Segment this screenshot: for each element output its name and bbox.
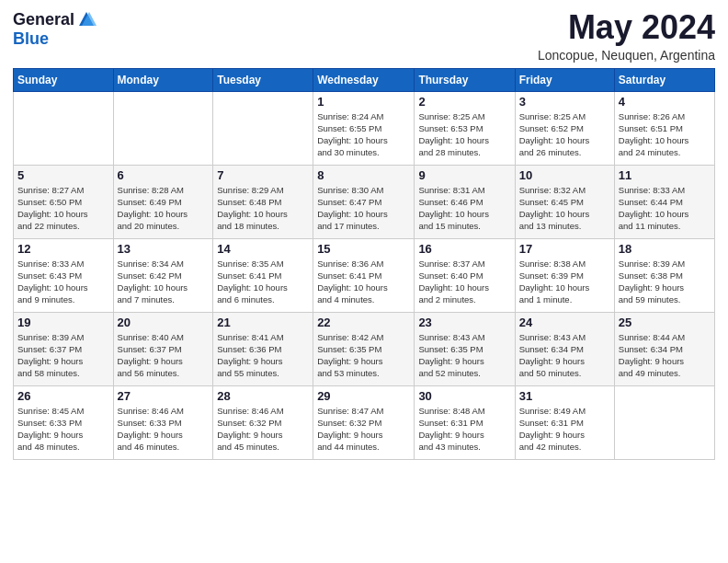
cell-day-number: 26 <box>17 389 109 403</box>
cell-info-text: Sunrise: 8:46 AM Sunset: 6:33 PM Dayligh… <box>118 405 210 454</box>
calendar-cell: 6Sunrise: 8:28 AM Sunset: 6:49 PM Daylig… <box>113 165 213 238</box>
calendar-cell: 28Sunrise: 8:46 AM Sunset: 6:32 PM Dayli… <box>213 385 313 459</box>
cell-info-text: Sunrise: 8:30 AM Sunset: 6:47 PM Dayligh… <box>317 184 410 233</box>
week-row-4: 26Sunrise: 8:45 AM Sunset: 6:33 PM Dayli… <box>14 385 715 459</box>
cell-day-number: 10 <box>519 168 610 182</box>
weekday-header-monday: Monday <box>113 68 213 91</box>
cell-day-number: 1 <box>317 95 410 109</box>
cell-info-text: Sunrise: 8:38 AM Sunset: 6:39 PM Dayligh… <box>519 258 610 306</box>
cell-info-text: Sunrise: 8:32 AM Sunset: 6:45 PM Dayligh… <box>519 184 610 233</box>
subtitle: Loncopue, Neuquen, Argentina <box>538 48 715 63</box>
main-title: May 2024 <box>538 9 715 46</box>
calendar-cell: 2Sunrise: 8:25 AM Sunset: 6:53 PM Daylig… <box>415 91 515 165</box>
cell-info-text: Sunrise: 8:37 AM Sunset: 6:40 PM Dayligh… <box>418 258 510 306</box>
page: General Blue May 2024 Loncopue, Neuquen,… <box>0 0 728 563</box>
cell-info-text: Sunrise: 8:35 AM Sunset: 6:41 PM Dayligh… <box>217 258 309 306</box>
cell-info-text: Sunrise: 8:48 AM Sunset: 6:31 PM Dayligh… <box>418 405 510 454</box>
cell-day-number: 3 <box>519 95 610 109</box>
calendar-cell: 24Sunrise: 8:43 AM Sunset: 6:34 PM Dayli… <box>515 312 614 385</box>
calendar-cell: 1Sunrise: 8:24 AM Sunset: 6:55 PM Daylig… <box>313 91 415 165</box>
weekday-header-friday: Friday <box>515 68 614 91</box>
cell-day-number: 30 <box>418 389 510 403</box>
calendar-cell <box>614 385 714 459</box>
cell-day-number: 15 <box>317 242 410 256</box>
calendar-header: SundayMondayTuesdayWednesdayThursdayFrid… <box>14 68 715 91</box>
cell-day-number: 11 <box>619 168 711 182</box>
cell-info-text: Sunrise: 8:24 AM Sunset: 6:55 PM Dayligh… <box>317 110 410 159</box>
cell-day-number: 16 <box>418 242 510 256</box>
weekday-header-saturday: Saturday <box>614 68 714 91</box>
cell-day-number: 18 <box>619 242 711 256</box>
calendar-cell: 9Sunrise: 8:31 AM Sunset: 6:46 PM Daylig… <box>415 165 515 238</box>
cell-day-number: 31 <box>519 389 610 403</box>
calendar-cell <box>213 91 313 165</box>
logo-general-text: General <box>13 10 74 29</box>
cell-info-text: Sunrise: 8:34 AM Sunset: 6:42 PM Dayligh… <box>118 258 210 306</box>
weekday-header-wednesday: Wednesday <box>313 68 415 91</box>
title-block: May 2024 Loncopue, Neuquen, Argentina <box>538 9 715 63</box>
cell-info-text: Sunrise: 8:28 AM Sunset: 6:49 PM Dayligh… <box>118 184 210 233</box>
calendar-cell: 7Sunrise: 8:29 AM Sunset: 6:48 PM Daylig… <box>213 165 313 238</box>
logo: General Blue <box>13 9 97 49</box>
cell-info-text: Sunrise: 8:41 AM Sunset: 6:36 PM Dayligh… <box>217 331 309 380</box>
cell-day-number: 19 <box>17 316 109 329</box>
header: General Blue May 2024 Loncopue, Neuquen,… <box>13 9 715 63</box>
cell-day-number: 7 <box>217 168 309 182</box>
cell-info-text: Sunrise: 8:39 AM Sunset: 6:37 PM Dayligh… <box>17 331 109 380</box>
calendar-cell: 8Sunrise: 8:30 AM Sunset: 6:47 PM Daylig… <box>313 165 415 238</box>
cell-info-text: Sunrise: 8:45 AM Sunset: 6:33 PM Dayligh… <box>17 405 109 454</box>
cell-day-number: 27 <box>118 389 210 403</box>
cell-info-text: Sunrise: 8:46 AM Sunset: 6:32 PM Dayligh… <box>217 405 309 454</box>
calendar-cell: 27Sunrise: 8:46 AM Sunset: 6:33 PM Dayli… <box>113 385 213 459</box>
cell-day-number: 23 <box>418 316 510 329</box>
calendar: SundayMondayTuesdayWednesdayThursdayFrid… <box>13 68 715 460</box>
cell-info-text: Sunrise: 8:43 AM Sunset: 6:35 PM Dayligh… <box>418 331 510 380</box>
cell-info-text: Sunrise: 8:25 AM Sunset: 6:52 PM Dayligh… <box>519 110 610 159</box>
cell-day-number: 21 <box>217 316 309 329</box>
calendar-cell: 21Sunrise: 8:41 AM Sunset: 6:36 PM Dayli… <box>213 312 313 385</box>
weekday-header-thursday: Thursday <box>415 68 515 91</box>
week-row-3: 19Sunrise: 8:39 AM Sunset: 6:37 PM Dayli… <box>14 312 715 385</box>
cell-info-text: Sunrise: 8:31 AM Sunset: 6:46 PM Dayligh… <box>418 184 510 233</box>
calendar-cell: 18Sunrise: 8:39 AM Sunset: 6:38 PM Dayli… <box>614 238 714 312</box>
cell-day-number: 12 <box>17 242 109 256</box>
cell-day-number: 24 <box>519 316 610 329</box>
cell-day-number: 2 <box>418 95 510 109</box>
cell-info-text: Sunrise: 8:43 AM Sunset: 6:34 PM Dayligh… <box>519 331 610 380</box>
cell-day-number: 6 <box>118 168 210 182</box>
weekday-row: SundayMondayTuesdayWednesdayThursdayFrid… <box>14 68 715 91</box>
calendar-cell: 30Sunrise: 8:48 AM Sunset: 6:31 PM Dayli… <box>415 385 515 459</box>
cell-info-text: Sunrise: 8:27 AM Sunset: 6:50 PM Dayligh… <box>17 184 109 233</box>
calendar-cell: 5Sunrise: 8:27 AM Sunset: 6:50 PM Daylig… <box>14 165 114 238</box>
cell-info-text: Sunrise: 8:33 AM Sunset: 6:43 PM Dayligh… <box>17 258 109 306</box>
cell-day-number: 25 <box>619 316 711 329</box>
calendar-cell: 19Sunrise: 8:39 AM Sunset: 6:37 PM Dayli… <box>14 312 114 385</box>
weekday-header-sunday: Sunday <box>14 68 114 91</box>
cell-info-text: Sunrise: 8:40 AM Sunset: 6:37 PM Dayligh… <box>118 331 210 380</box>
week-row-2: 12Sunrise: 8:33 AM Sunset: 6:43 PM Dayli… <box>14 238 715 312</box>
cell-day-number: 9 <box>418 168 510 182</box>
cell-day-number: 28 <box>217 389 309 403</box>
calendar-cell: 14Sunrise: 8:35 AM Sunset: 6:41 PM Dayli… <box>213 238 313 312</box>
calendar-cell: 26Sunrise: 8:45 AM Sunset: 6:33 PM Dayli… <box>14 385 114 459</box>
calendar-cell: 20Sunrise: 8:40 AM Sunset: 6:37 PM Dayli… <box>113 312 213 385</box>
calendar-cell <box>14 91 114 165</box>
calendar-cell: 25Sunrise: 8:44 AM Sunset: 6:34 PM Dayli… <box>614 312 714 385</box>
calendar-cell: 22Sunrise: 8:42 AM Sunset: 6:35 PM Dayli… <box>313 312 415 385</box>
cell-info-text: Sunrise: 8:36 AM Sunset: 6:41 PM Dayligh… <box>317 258 410 306</box>
cell-info-text: Sunrise: 8:39 AM Sunset: 6:38 PM Dayligh… <box>619 258 711 306</box>
cell-day-number: 20 <box>118 316 210 329</box>
calendar-body: 1Sunrise: 8:24 AM Sunset: 6:55 PM Daylig… <box>14 91 715 459</box>
cell-day-number: 13 <box>118 242 210 256</box>
cell-info-text: Sunrise: 8:47 AM Sunset: 6:32 PM Dayligh… <box>317 405 410 454</box>
weekday-header-tuesday: Tuesday <box>213 68 313 91</box>
cell-info-text: Sunrise: 8:42 AM Sunset: 6:35 PM Dayligh… <box>317 331 410 380</box>
calendar-cell <box>113 91 213 165</box>
calendar-cell: 3Sunrise: 8:25 AM Sunset: 6:52 PM Daylig… <box>515 91 614 165</box>
cell-info-text: Sunrise: 8:44 AM Sunset: 6:34 PM Dayligh… <box>619 331 711 380</box>
logo-icon <box>76 9 97 29</box>
cell-day-number: 4 <box>619 95 711 109</box>
calendar-cell: 13Sunrise: 8:34 AM Sunset: 6:42 PM Dayli… <box>113 238 213 312</box>
calendar-cell: 29Sunrise: 8:47 AM Sunset: 6:32 PM Dayli… <box>313 385 415 459</box>
logo-blue-text: Blue <box>13 29 49 49</box>
